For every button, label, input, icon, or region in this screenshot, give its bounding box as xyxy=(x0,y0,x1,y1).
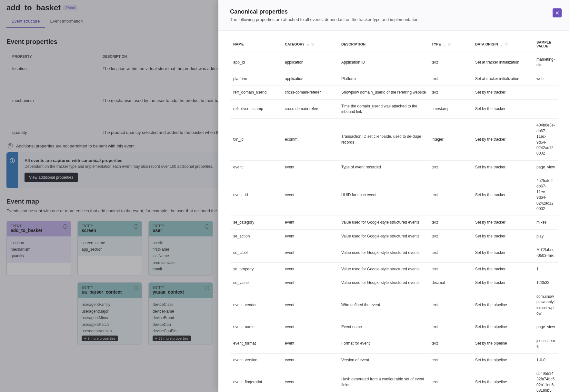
th-data-origin[interactable]: DATA ORIGIN ⌄ ▽ xyxy=(475,40,533,48)
cell-type: text xyxy=(432,90,472,95)
cell-type: text xyxy=(432,324,472,330)
cell-type: text xyxy=(432,341,472,346)
th-type[interactable]: TYPE ⌄ ▽ xyxy=(432,40,472,48)
cell-name: event_vendor xyxy=(233,302,282,308)
cell-description: Application ID xyxy=(341,60,428,65)
cell-description: Transaction ID set client-side, used to … xyxy=(341,134,428,145)
table-row: eventeventType of event recordedtextSet … xyxy=(230,161,558,174)
cell-category: event xyxy=(285,165,338,170)
table-row: se_valueeventValue used for Google-style… xyxy=(230,276,558,290)
cell-description: Value used for Google-style structured e… xyxy=(341,250,428,256)
cell-name: se_action xyxy=(233,234,282,239)
cell-type: text xyxy=(432,76,472,82)
cell-sample: page_view xyxy=(536,165,555,170)
table-row: se_propertyeventValue used for Google-st… xyxy=(230,263,558,276)
table-row: se_actioneventValue used for Google-styl… xyxy=(230,230,558,243)
cell-name: refr_dvce_tstamp xyxy=(233,106,282,112)
cell-description: Snowplow domain_userid of the referring … xyxy=(341,90,428,95)
cell-sample: MrC/fabric-0503-mix xyxy=(536,247,555,258)
cell-name: platform xyxy=(233,76,282,82)
cell-type: integer xyxy=(432,137,472,142)
th-description-label: DESCRIPTION xyxy=(341,42,365,46)
cell-sample: mixes xyxy=(536,220,555,225)
cell-description: Value used for Google-style structured e… xyxy=(341,234,428,239)
cell-sample: marketing-site xyxy=(536,57,555,68)
cell-name: event_format xyxy=(233,341,282,346)
cell-description: Value used for Google-style structured e… xyxy=(341,266,428,272)
cell-category: event xyxy=(285,192,338,198)
cell-name: refr_domain_userid xyxy=(233,90,282,95)
cell-name: event_name xyxy=(233,324,282,330)
cell-sample: 1-0-0 xyxy=(536,357,555,363)
cell-sample: jsonschema xyxy=(536,338,555,349)
chevron-down-icon: ⌄ xyxy=(306,42,309,46)
cell-description: Event name xyxy=(341,324,428,330)
cell-origin: Set by the tracker xyxy=(475,234,533,239)
cell-name: se_property xyxy=(233,266,282,272)
cell-type: text xyxy=(432,192,472,198)
close-button[interactable]: ✕ xyxy=(553,8,562,17)
cell-sample: com.snowplowanalytics.snowplow xyxy=(536,294,555,317)
cell-origin: Set at tracker initialization xyxy=(475,76,533,82)
cell-origin: Set by the tracker xyxy=(475,192,533,198)
th-name-label: NAME xyxy=(233,42,244,46)
th-name[interactable]: NAME xyxy=(233,40,282,48)
cell-origin: Set by the pipeline xyxy=(475,302,533,308)
table-row: se_categoryeventValue used for Google-st… xyxy=(230,216,558,229)
cell-type: text xyxy=(432,357,472,363)
cell-name: event_version xyxy=(233,357,282,363)
th-category-label: CATEGORY xyxy=(285,42,305,46)
cell-origin: Set by the tracker xyxy=(475,220,533,225)
cell-origin: Set by the tracker xyxy=(475,266,533,272)
cell-category: application xyxy=(285,60,338,65)
cell-origin: Set by the tracker xyxy=(475,250,533,256)
cell-description: Platform xyxy=(341,76,428,82)
cell-category: cross-domain-referer xyxy=(285,90,338,95)
chevron-down-icon: ⌄ xyxy=(500,42,503,46)
cell-category: event xyxy=(285,357,338,363)
table-row: event_fingerprinteventHash generated fro… xyxy=(230,367,558,392)
cell-description: UUID for each event xyxy=(341,192,428,198)
table-row: app_idapplicationApplication IDtextSet a… xyxy=(230,53,558,72)
table-row: txn_idecommTransaction ID set client-sid… xyxy=(230,119,558,160)
cell-category: event xyxy=(285,250,338,256)
cell-category: event xyxy=(285,379,338,385)
cell-description: Hash generated from a configurable set o… xyxy=(341,377,428,388)
th-sample-value[interactable]: SAMPLE VALUE xyxy=(536,40,555,48)
th-description[interactable]: DESCRIPTION xyxy=(341,40,428,48)
table-row: platformapplicationPlatformtextSet at tr… xyxy=(230,72,558,86)
cell-name: se_category xyxy=(233,220,282,225)
cell-type: timestamp xyxy=(432,106,472,112)
cell-category: event xyxy=(285,220,338,225)
cell-origin: Set by the tracker xyxy=(475,90,533,95)
cell-name: event xyxy=(233,165,282,170)
cell-description: Type of event recorded xyxy=(341,165,428,170)
filter-icon[interactable]: ▽ xyxy=(448,42,451,46)
cell-origin: Set by the pipeline xyxy=(475,357,533,363)
modal-subtitle: The following properties are attached to… xyxy=(230,17,558,22)
cell-sample: web xyxy=(536,76,555,82)
cell-origin: Set by the pipeline xyxy=(475,379,533,385)
table-row: event_ideventUUID for each eventtextSet … xyxy=(230,174,558,216)
cell-sample: 404b6e3e-db67-11ec-9d64-0242ac120002 xyxy=(536,123,555,156)
cell-description: Time the domain_userid was attached to t… xyxy=(341,104,428,115)
th-sample-label: SAMPLE VALUE xyxy=(536,40,555,48)
cell-origin: Set by the tracker xyxy=(475,165,533,170)
modal-overlay[interactable]: Canonical properties The following prope… xyxy=(0,0,570,392)
cell-category: event xyxy=(285,234,338,239)
cell-type: text xyxy=(432,250,472,256)
table-row: event_formateventFormat for eventtextSet… xyxy=(230,334,558,354)
filter-icon[interactable]: ▽ xyxy=(311,42,314,46)
th-category[interactable]: CATEGORY ⌄ ▽ xyxy=(285,40,338,48)
cell-description: Value used for Google-style structured e… xyxy=(341,220,428,225)
table-row: refr_dvce_tstampcross-domain-refererTime… xyxy=(230,100,558,119)
cell-origin: Set by the pipeline xyxy=(475,341,533,346)
table-row: se_labeleventValue used for Google-style… xyxy=(230,243,558,263)
th-origin-label: DATA ORIGIN xyxy=(475,42,498,46)
cell-name: app_id xyxy=(233,60,282,65)
cell-category: ecomm xyxy=(285,137,338,142)
filter-icon[interactable]: ▽ xyxy=(505,42,508,46)
modal-title: Canonical properties xyxy=(230,8,558,15)
cell-name: se_value xyxy=(233,280,282,286)
cell-type: text xyxy=(432,266,472,272)
